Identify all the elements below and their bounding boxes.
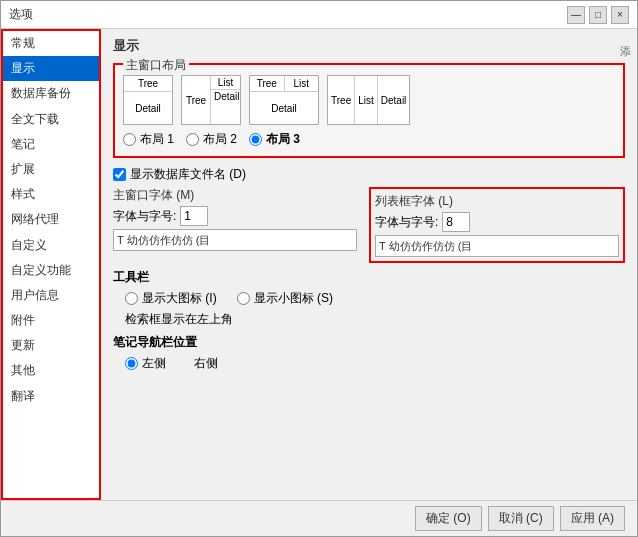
layout1-tree: Tree bbox=[124, 76, 172, 92]
sidebar-item-attachment[interactable]: 附件 bbox=[3, 308, 99, 333]
search-corner-label: 检索框显示在左上角 bbox=[125, 311, 625, 328]
layout-radio-2[interactable]: 布局 2 bbox=[186, 131, 237, 148]
main-panel: 显示 主窗口布局 Tree Detail Tree bbox=[101, 29, 637, 500]
sidebar-item-general[interactable]: 常规 bbox=[3, 31, 99, 56]
sidebar-item-style[interactable]: 样式 bbox=[3, 182, 99, 207]
maximize-button[interactable]: □ bbox=[589, 6, 607, 24]
note-nav-left-radio[interactable] bbox=[125, 357, 138, 370]
title-bar-buttons: — □ × bbox=[567, 6, 629, 24]
list-font-select[interactable]: T 幼仿仿作仿仿 (目 bbox=[375, 235, 619, 257]
note-nav-section: 笔记导航栏位置 左侧 右侧 bbox=[113, 334, 625, 372]
font-section: 主窗口字体 (M) 字体与字号: T 幼仿仿作仿仿 (目 列表框字体 (L) 字… bbox=[113, 187, 625, 263]
layout-radio-1-label: 布局 1 bbox=[140, 131, 174, 148]
title-bar: 选项 — □ × bbox=[1, 1, 637, 29]
sidebar-item-notes[interactable]: 笔记 bbox=[3, 132, 99, 157]
cancel-button[interactable]: 取消 (C) bbox=[488, 506, 554, 531]
note-nav-row: 左侧 右侧 bbox=[125, 355, 625, 372]
layout3-detail: Detail bbox=[250, 92, 318, 124]
section-title: 显示 bbox=[113, 37, 625, 55]
sidebar-item-other[interactable]: 其他 bbox=[3, 358, 99, 383]
layout-radio-3-input[interactable] bbox=[249, 133, 262, 146]
main-font-select[interactable]: T 幼仿仿作仿仿 (目 bbox=[113, 229, 357, 251]
layout-radio-2-input[interactable] bbox=[186, 133, 199, 146]
close-button[interactable]: × bbox=[611, 6, 629, 24]
minimize-button[interactable]: — bbox=[567, 6, 585, 24]
layout-group: 主窗口布局 Tree Detail Tree Lis bbox=[113, 63, 625, 158]
note-nav-options: 左侧 右侧 bbox=[125, 355, 625, 372]
sidebar-item-custom-func[interactable]: 自定义功能 bbox=[3, 258, 99, 283]
sidebar-item-custom[interactable]: 自定义 bbox=[3, 233, 99, 258]
layout-group-title: 主窗口布局 bbox=[123, 57, 189, 74]
toolbar-section: 工具栏 显示大图标 (I) 显示小图标 (S) 检索框显示在左上角 bbox=[113, 269, 625, 328]
layout-radio-1[interactable]: 布局 1 bbox=[123, 131, 174, 148]
layout2-tree: Tree bbox=[182, 76, 210, 124]
icon-small-radio[interactable] bbox=[237, 292, 250, 305]
show-db-filename-label: 显示数据库文件名 (D) bbox=[130, 166, 246, 183]
layout-radio-1-input[interactable] bbox=[123, 133, 136, 146]
toolbar-icon-row: 显示大图标 (I) 显示小图标 (S) bbox=[125, 290, 625, 307]
window-title: 选项 bbox=[9, 6, 33, 23]
sidebar-item-db-backup[interactable]: 数据库备份 bbox=[3, 81, 99, 106]
layout3-list: List bbox=[285, 76, 319, 91]
sidebar-item-translate[interactable]: 翻译 bbox=[3, 384, 99, 409]
list-font-name-row: 字体与字号: bbox=[375, 212, 619, 232]
layout-option-4[interactable]: Tree List Detail bbox=[327, 75, 410, 125]
layout-radio-row: 布局 1 布局 2 布局 3 bbox=[123, 131, 615, 148]
icon-large-label: 显示大图标 (I) bbox=[142, 290, 217, 307]
show-db-filename-row: 显示数据库文件名 (D) bbox=[113, 166, 625, 183]
sidebar-item-proxy[interactable]: 网络代理 bbox=[3, 207, 99, 232]
layout4-tree: Tree bbox=[328, 76, 355, 124]
list-font-col: 列表框字体 (L) 字体与字号: T 幼仿仿作仿仿 (目 bbox=[369, 187, 625, 263]
list-font-size-input[interactable] bbox=[442, 212, 470, 232]
main-window: 选项 — □ × 常规 显示 数据库备份 全文下载 笔记 扩展 样式 网络代理 … bbox=[0, 0, 638, 537]
sidebar-item-display[interactable]: 显示 bbox=[3, 56, 99, 81]
main-font-col: 主窗口字体 (M) 字体与字号: T 幼仿仿作仿仿 (目 bbox=[113, 187, 357, 263]
content-area: 常规 显示 数据库备份 全文下载 笔记 扩展 样式 网络代理 自定义 自定义功能… bbox=[1, 29, 637, 500]
sidebar: 常规 显示 数据库备份 全文下载 笔记 扩展 样式 网络代理 自定义 自定义功能… bbox=[1, 29, 101, 500]
icon-large-radio[interactable] bbox=[125, 292, 138, 305]
ok-button[interactable]: 确定 (O) bbox=[415, 506, 482, 531]
layout2-detail: Detail bbox=[211, 90, 240, 124]
sidebar-item-fulltext[interactable]: 全文下载 bbox=[3, 107, 99, 132]
layout-radio-3-label: 布局 3 bbox=[266, 131, 300, 148]
layout1-detail: Detail bbox=[124, 92, 172, 124]
sidebar-item-user-info[interactable]: 用户信息 bbox=[3, 283, 99, 308]
layout2-list: List bbox=[211, 76, 240, 90]
layout-option-3[interactable]: Tree List Detail bbox=[249, 75, 319, 125]
main-font-size-input[interactable] bbox=[180, 206, 208, 226]
main-font-field-label: 字体与字号: bbox=[113, 208, 176, 225]
layout4-list: List bbox=[355, 76, 378, 124]
toolbar-options: 显示大图标 (I) 显示小图标 (S) 检索框显示在左上角 bbox=[125, 290, 625, 328]
layout-radio-3[interactable]: 布局 3 bbox=[249, 131, 300, 148]
apply-button[interactable]: 应用 (A) bbox=[560, 506, 625, 531]
layout4-detail: Detail bbox=[378, 76, 410, 124]
layout-options-row: Tree Detail Tree List Detail bbox=[123, 75, 615, 125]
main-font-value: T 幼仿仿作仿仿 (目 bbox=[117, 233, 210, 248]
main-font-label: 主窗口字体 (M) bbox=[113, 187, 357, 204]
list-font-label: 列表框字体 (L) bbox=[375, 193, 619, 210]
list-font-value: T 幼仿仿作仿仿 (目 bbox=[379, 239, 472, 254]
bottom-bar: 确定 (O) 取消 (C) 应用 (A) bbox=[1, 500, 637, 536]
list-font-field-label: 字体与字号: bbox=[375, 214, 438, 231]
note-nav-left-label: 左侧 bbox=[142, 355, 166, 372]
note-nav-right-label: 右侧 bbox=[194, 355, 218, 372]
layout3-tree: Tree bbox=[250, 76, 285, 91]
toolbar-title: 工具栏 bbox=[113, 269, 625, 286]
show-db-filename-checkbox[interactable] bbox=[113, 168, 126, 181]
layout-option-1[interactable]: Tree Detail bbox=[123, 75, 173, 125]
layout-option-2[interactable]: Tree List Detail bbox=[181, 75, 241, 125]
sidebar-item-extend[interactable]: 扩展 bbox=[3, 157, 99, 182]
icon-small-label: 显示小图标 (S) bbox=[254, 290, 333, 307]
main-font-name-row: 字体与字号: bbox=[113, 206, 357, 226]
layout-radio-2-label: 布局 2 bbox=[203, 131, 237, 148]
sidebar-item-update[interactable]: 更新 bbox=[3, 333, 99, 358]
note-nav-title: 笔记导航栏位置 bbox=[113, 334, 625, 351]
